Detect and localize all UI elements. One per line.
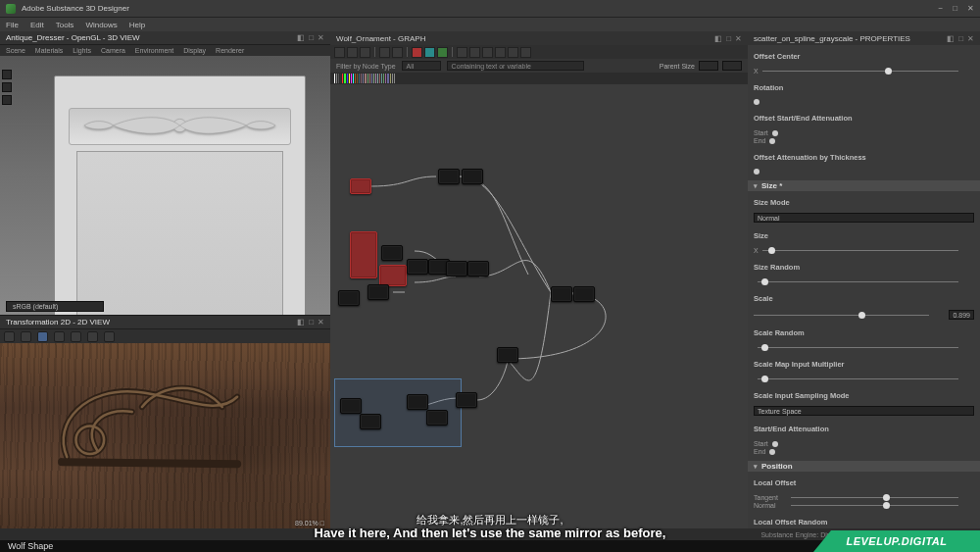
node-2[interactable]: [462, 169, 483, 184]
property-slider[interactable]: [762, 247, 974, 254]
swatch-19[interactable]: [373, 74, 374, 83]
node-1[interactable]: [438, 169, 460, 184]
panel-2d-close-icon[interactable]: ✕: [318, 318, 324, 326]
tab-lights[interactable]: Lights: [73, 47, 91, 54]
vp-tool-3[interactable]: [2, 95, 12, 105]
swatch-16[interactable]: [368, 74, 368, 83]
gtb-10[interactable]: [469, 47, 480, 58]
node-s3[interactable]: [407, 394, 428, 410]
close-button[interactable]: ✕: [967, 4, 974, 13]
swatch-5[interactable]: [344, 74, 345, 83]
prop-dropdown[interactable]: Texture Space: [754, 406, 974, 416]
gtb-14[interactable]: [520, 47, 531, 58]
parent-size-w[interactable]: [699, 61, 718, 71]
tb2d-btn-4[interactable]: [54, 331, 65, 342]
node-s1[interactable]: [340, 398, 362, 414]
maximize-button[interactable]: □: [953, 4, 957, 13]
swatch-24[interactable]: [383, 74, 384, 83]
properties-body[interactable]: Offset CenterXRotationOffset Start/End A…: [748, 45, 980, 528]
gtb-5[interactable]: [392, 47, 403, 58]
property-slider[interactable]: [758, 344, 974, 351]
swatch-6[interactable]: [347, 74, 348, 83]
swatch-20[interactable]: [375, 74, 376, 83]
swatch-0[interactable]: [334, 74, 335, 83]
swatch-29[interactable]: [394, 74, 395, 83]
graph-dock-icon[interactable]: ◧: [714, 34, 722, 43]
node-input-stack[interactable]: [350, 231, 377, 278]
filter-text-input[interactable]: Containing text or variable: [447, 61, 584, 71]
property-slider[interactable]: [791, 494, 974, 501]
tab-scene[interactable]: Scene: [6, 47, 25, 54]
swatch-15[interactable]: [365, 74, 366, 83]
menu-help[interactable]: Help: [129, 21, 145, 29]
node-input-a[interactable]: [350, 178, 371, 194]
menu-windows[interactable]: Windows: [85, 21, 117, 29]
swatch-13[interactable]: [361, 74, 362, 83]
swatch-11[interactable]: [357, 74, 358, 83]
tb2d-btn-7[interactable]: [104, 331, 115, 342]
swatch-25[interactable]: [385, 74, 386, 83]
swatch-18[interactable]: [371, 74, 372, 83]
panel-2d-max-icon[interactable]: □: [309, 318, 314, 326]
tab-camera[interactable]: Camera: [101, 47, 125, 54]
prop-close-icon[interactable]: ✕: [967, 34, 974, 43]
tb2d-btn-3[interactable]: [37, 331, 48, 342]
node-s4[interactable]: [426, 410, 448, 426]
gtb-4[interactable]: [379, 47, 390, 58]
graph-canvas[interactable]: [330, 84, 748, 528]
node-8[interactable]: [368, 284, 389, 300]
node-s2[interactable]: [360, 414, 381, 429]
prop-toggle[interactable]: [754, 169, 760, 175]
node-mid[interactable]: [497, 347, 518, 363]
swatch-22[interactable]: [379, 74, 380, 83]
gtb-2[interactable]: [347, 47, 358, 58]
menu-edit[interactable]: Edit: [30, 21, 44, 29]
minimize-button[interactable]: −: [938, 4, 943, 13]
gtb-3[interactable]: [360, 47, 370, 58]
gtb-cyan[interactable]: [424, 47, 435, 58]
tab-display[interactable]: Display: [183, 47, 206, 54]
property-slider[interactable]: [762, 68, 974, 75]
panel-dock-icon[interactable]: ◧: [297, 33, 305, 42]
swatch-26[interactable]: [387, 74, 388, 83]
property-slider[interactable]: [758, 376, 974, 382]
gtb-11[interactable]: [482, 47, 493, 58]
node-7[interactable]: [467, 261, 489, 276]
panel-2d-dock-icon[interactable]: ◧: [297, 318, 305, 326]
node-6[interactable]: [446, 261, 467, 276]
panel-max-icon[interactable]: □: [309, 33, 314, 42]
prop-toggle[interactable]: [754, 99, 760, 105]
tb2d-btn-1[interactable]: [4, 331, 15, 342]
viewport-2d[interactable]: 89.01% □: [0, 343, 330, 528]
panel-close-icon[interactable]: ✕: [318, 33, 324, 42]
node-out[interactable]: [573, 286, 595, 302]
node-3[interactable]: [381, 245, 403, 261]
swatch-8[interactable]: [351, 74, 352, 83]
swatch-27[interactable]: [390, 74, 391, 83]
prop-max-icon[interactable]: □: [958, 34, 963, 43]
vp-tool-2[interactable]: [2, 82, 12, 92]
swatch-4[interactable]: [342, 74, 343, 83]
prop-value[interactable]: 0.899: [949, 310, 974, 320]
node-input-b[interactable]: [338, 290, 360, 306]
tb2d-btn-2[interactable]: [21, 331, 31, 342]
tb2d-btn-5[interactable]: [71, 331, 81, 342]
tab-environment[interactable]: Environment: [135, 47, 173, 54]
prop-section[interactable]: Size *: [748, 180, 980, 191]
filter-type-dropdown[interactable]: All: [402, 61, 441, 71]
graph-max-icon[interactable]: □: [726, 34, 731, 43]
gtb-red[interactable]: [412, 47, 422, 58]
swatch-3[interactable]: [340, 74, 341, 83]
tb2d-btn-6[interactable]: [87, 331, 98, 342]
swatch-21[interactable]: [377, 74, 378, 83]
prop-section[interactable]: Position: [748, 461, 980, 472]
swatch-2[interactable]: [338, 74, 339, 83]
gtb-grn[interactable]: [437, 47, 448, 58]
prop-dock-icon[interactable]: ◧: [947, 34, 955, 43]
graph-close-icon[interactable]: ✕: [735, 34, 742, 43]
tab-renderer[interactable]: Renderer: [216, 47, 244, 54]
menu-file[interactable]: File: [6, 21, 19, 29]
colorspace-dropdown[interactable]: sRGB (default): [6, 301, 104, 312]
swatch-1[interactable]: [336, 74, 337, 83]
gtb-13[interactable]: [508, 47, 518, 58]
